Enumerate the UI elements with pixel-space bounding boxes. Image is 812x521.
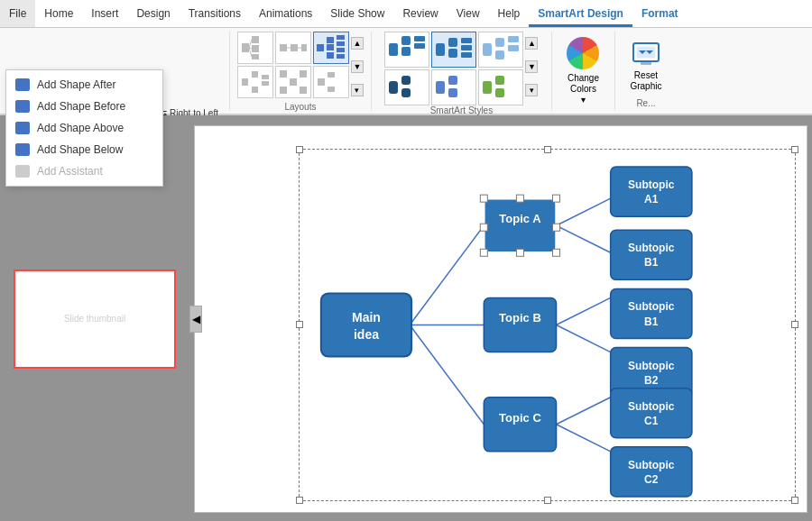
style-item-4[interactable] (384, 69, 429, 105)
tab-insert[interactable]: Insert (82, 0, 127, 27)
svg-line-69 (557, 424, 611, 451)
svg-rect-54 (448, 88, 457, 97)
tab-format[interactable]: Format (632, 0, 687, 27)
tab-transitions[interactable]: Transitions (180, 0, 250, 27)
svg-rect-78 (553, 224, 560, 231)
svg-text:Subtopic: Subtopic (628, 242, 675, 254)
tab-design[interactable]: Design (127, 0, 179, 27)
tab-smartart-design[interactable]: SmartArt Design (529, 0, 632, 27)
svg-rect-70 (321, 293, 411, 356)
collapse-panel-button[interactable]: ◀ (189, 306, 202, 333)
svg-rect-53 (448, 76, 457, 85)
add-shape-above-item[interactable]: Add Shape Above (6, 117, 162, 139)
styles-scroll-more[interactable]: ▾ (525, 84, 538, 96)
smartart-styles-content: ▲ ▼ ▾ (384, 32, 538, 105)
style-item-6[interactable] (478, 69, 523, 105)
svg-text:Subtopic: Subtopic (628, 178, 675, 191)
svg-rect-59 (641, 61, 651, 65)
svg-rect-18 (337, 48, 345, 52)
tab-help[interactable]: Help (489, 0, 530, 27)
svg-rect-74 (480, 195, 487, 202)
svg-rect-56 (495, 76, 504, 85)
svg-rect-41 (461, 38, 472, 43)
svg-rect-22 (252, 87, 258, 93)
svg-rect-25 (290, 78, 297, 86)
layout-item-6[interactable] (313, 66, 349, 98)
style-item-1[interactable] (384, 32, 429, 68)
layout-scroll-up[interactable]: ▲ (351, 37, 364, 50)
svg-rect-30 (318, 78, 325, 86)
styles-scroll-up[interactable]: ▲ (525, 37, 538, 50)
layout-item-1[interactable] (237, 32, 273, 64)
tab-file[interactable]: File (0, 0, 35, 27)
add-shape-after-item[interactable]: Add Shape After (6, 74, 162, 96)
tab-review[interactable]: Review (393, 0, 447, 27)
add-shape-below-item[interactable]: Add Shape Below (6, 139, 162, 160)
svg-line-65 (557, 225, 611, 252)
svg-rect-51 (401, 88, 411, 97)
svg-rect-42 (461, 45, 472, 50)
layout-item-4[interactable] (237, 66, 273, 98)
svg-text:A1: A1 (644, 193, 659, 206)
layout-item-3[interactable] (313, 32, 349, 64)
tab-view[interactable]: View (448, 0, 489, 27)
ribbon: File Home Insert Design Transitions Anim… (0, 0, 812, 115)
svg-rect-8 (291, 44, 298, 51)
styles-scroll-down[interactable]: ▼ (525, 60, 538, 73)
svg-rect-48 (508, 45, 519, 51)
add-assistant-icon (15, 165, 30, 178)
svg-rect-7 (280, 44, 287, 51)
reset-graphic-icon (630, 38, 662, 70)
svg-rect-32 (328, 87, 335, 92)
add-shape-before-item[interactable]: Add Shape Before (6, 96, 162, 117)
add-shape-below-icon (15, 143, 30, 156)
reset-graphic-button[interactable]: ResetGraphic (623, 34, 669, 96)
svg-rect-36 (414, 36, 425, 41)
tab-home[interactable]: Home (35, 0, 82, 27)
style-item-2[interactable] (431, 32, 476, 68)
layouts-grid (237, 32, 349, 98)
svg-rect-93 (611, 288, 692, 338)
add-shape-before-icon (15, 100, 30, 113)
svg-text:Subtopic: Subtopic (628, 300, 675, 313)
svg-line-64 (557, 198, 611, 225)
change-colors-button[interactable]: ChangeColors ▾ (559, 33, 606, 108)
svg-rect-1 (252, 36, 259, 43)
layout-scroll-down[interactable]: ▼ (351, 60, 364, 73)
svg-rect-17 (337, 41, 345, 46)
svg-line-6 (249, 48, 252, 57)
svg-rect-9 (301, 44, 307, 51)
layout-item-2[interactable] (275, 32, 311, 64)
svg-rect-28 (280, 87, 287, 94)
svg-rect-79 (480, 249, 487, 256)
color-palette-icon (567, 37, 599, 69)
layout-scroll-more[interactable]: ▾ (351, 84, 364, 96)
slide-thumbnail[interactable]: Slide thumbnail (14, 270, 176, 369)
change-colors-content: ChangeColors ▾ (559, 32, 606, 110)
svg-text:B1: B1 (644, 256, 659, 269)
svg-rect-27 (300, 70, 307, 78)
svg-rect-90 (611, 230, 692, 279)
tab-animations[interactable]: Animations (250, 0, 321, 27)
layout-item-5[interactable] (275, 66, 311, 98)
svg-rect-13 (327, 37, 334, 43)
svg-text:B1: B1 (644, 315, 659, 327)
svg-rect-14 (327, 44, 334, 50)
reset-graphic-group: ResetGraphic Re... (615, 32, 677, 110)
styles-list (384, 32, 523, 105)
svg-line-4 (249, 40, 252, 48)
svg-line-68 (557, 397, 611, 424)
svg-rect-43 (461, 52, 472, 58)
style-item-5[interactable] (431, 69, 476, 105)
style-item-3[interactable] (478, 32, 523, 68)
layout-scroll: ▲ ▼ ▾ (351, 32, 364, 102)
svg-rect-83 (484, 297, 556, 352)
layouts-content: ▲ ▼ ▾ (237, 32, 364, 102)
tab-slideshow[interactable]: Slide Show (321, 0, 393, 27)
svg-rect-34 (401, 36, 411, 45)
svg-text:Main: Main (352, 310, 381, 324)
svg-rect-39 (448, 38, 457, 47)
change-colors-group: ChangeColors ▾ (552, 32, 615, 110)
add-shape-dropdown: Add Shape After Add Shape Before Add Sha… (5, 69, 163, 187)
svg-rect-38 (436, 43, 445, 56)
